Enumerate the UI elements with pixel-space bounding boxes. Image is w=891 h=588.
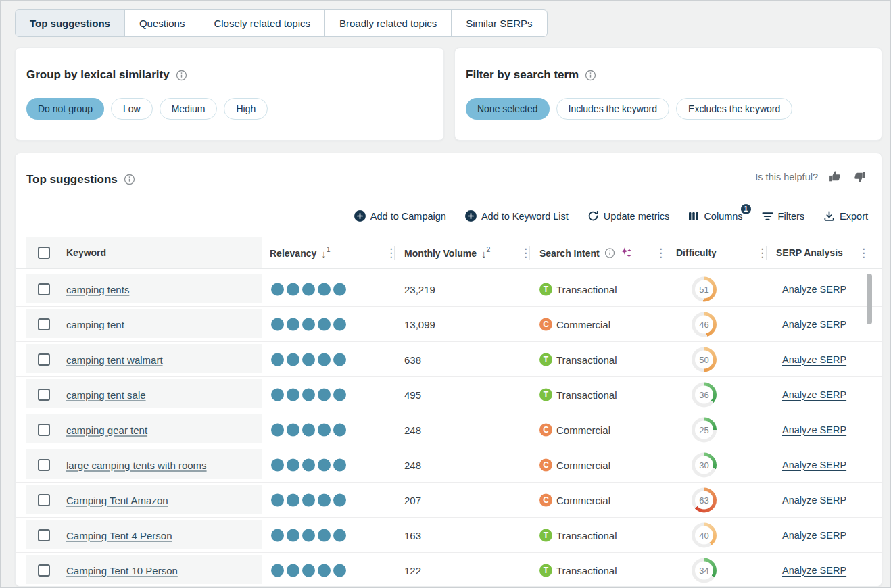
keyword-link[interactable]: camping tent: [66, 318, 124, 330]
add-to-keyword-list-button[interactable]: Add to Keyword List: [465, 210, 569, 222]
column-header-difficulty: Difficulty: [676, 247, 717, 258]
thumbs-up-icon[interactable]: [828, 170, 842, 184]
info-icon[interactable]: [604, 247, 615, 258]
analyze-serp-link[interactable]: Analyze SERP: [782, 565, 846, 576]
analyze-serp-link[interactable]: Analyze SERP: [782, 460, 846, 470]
row-checkbox[interactable]: [38, 529, 50, 541]
relevancy-dots: [271, 388, 346, 401]
analyze-serp-link[interactable]: Analyze SERP: [782, 319, 846, 330]
pill-includes-keyword[interactable]: Includes the keyword: [556, 98, 670, 120]
row-checkbox[interactable]: [38, 318, 50, 330]
pill-do-not-group[interactable]: Do not group: [26, 98, 104, 120]
keyword-link[interactable]: Camping Tent 4 Person: [66, 529, 172, 541]
column-divider: [766, 246, 767, 260]
table-header: Keyword Relevancy ↓1 ⋮ Monthly Volume ↓2…: [16, 237, 882, 269]
monthly-volume-value: 13,099: [404, 318, 435, 330]
columns-count-badge: 1: [740, 203, 752, 216]
sort-arrow-icon[interactable]: ↓1: [321, 247, 330, 260]
info-icon[interactable]: [176, 70, 187, 81]
row-checkbox[interactable]: [38, 283, 50, 295]
vertical-scrollbar-thumb[interactable]: [867, 274, 872, 324]
table-row: Camping Tent 4 Person 163 T Transactiona…: [16, 518, 882, 553]
analyze-serp-link[interactable]: Analyze SERP: [782, 495, 846, 506]
keyword-link[interactable]: camping tent walmart: [66, 353, 163, 365]
pill-high[interactable]: High: [224, 98, 268, 120]
filter-title-text: Filter by search term: [466, 68, 579, 82]
sort-arrow-icon[interactable]: ↓2: [481, 247, 490, 260]
page: Top suggestions Questions Closely relate…: [0, 0, 891, 588]
info-icon[interactable]: [585, 70, 596, 81]
pill-low[interactable]: Low: [111, 98, 153, 120]
relevancy-dots: [271, 283, 346, 295]
column-header-keyword: Keyword: [66, 247, 106, 258]
ai-sparkles-icon[interactable]: [620, 247, 633, 260]
tab-broadly-related-topics[interactable]: Broadly related topics: [325, 10, 452, 36]
plus-circle-icon: [354, 210, 366, 222]
intent-text: Transactional: [556, 389, 617, 400]
update-metrics-button[interactable]: Update metrics: [587, 210, 670, 222]
pill-excludes-keyword[interactable]: Excludes the keyword: [676, 98, 792, 120]
row-checkbox[interactable]: [38, 564, 50, 577]
column-divider: [665, 246, 665, 260]
export-button[interactable]: Export: [823, 210, 868, 222]
keyword-link[interactable]: large camping tents with rooms: [66, 459, 207, 470]
tab-bar: Top suggestions Questions Closely relate…: [15, 9, 548, 37]
intent-text: Transactional: [556, 283, 617, 295]
monthly-volume-value: 638: [404, 353, 421, 365]
add-to-campaign-label: Add to Campaign: [370, 211, 446, 222]
table-title: Top suggestions: [26, 172, 135, 187]
row-checkbox[interactable]: [38, 353, 50, 366]
table-row: camping tent 13,099 C Commercial 46 Anal…: [16, 307, 882, 342]
filters-button[interactable]: Filters: [762, 211, 804, 222]
download-icon: [823, 210, 835, 222]
intent-badge: C: [539, 493, 552, 506]
thumbs-down-icon[interactable]: [852, 170, 867, 184]
relevancy-dots: [271, 423, 346, 436]
table-body: camping tents 23,219 T Transactional 51 …: [16, 272, 882, 587]
table-row: camping tents 23,219 T Transactional 51 …: [16, 272, 882, 307]
analyze-serp-link[interactable]: Analyze SERP: [782, 530, 846, 541]
row-checkbox[interactable]: [38, 389, 50, 401]
intent-badge: T: [539, 388, 552, 401]
search-intent-cell: C Commercial: [539, 458, 610, 471]
tab-questions[interactable]: Questions: [125, 10, 200, 36]
tab-top-suggestions[interactable]: Top suggestions: [16, 10, 125, 36]
intent-badge: T: [539, 564, 552, 577]
columns-label: Columns: [704, 211, 742, 222]
kebab-menu-icon[interactable]: ⋮: [385, 247, 397, 259]
keyword-link[interactable]: camping tent sale: [66, 389, 146, 400]
row-checkbox[interactable]: [38, 459, 50, 471]
group-by-title: Group by lexical similarity: [26, 68, 187, 82]
add-to-campaign-button[interactable]: Add to Campaign: [354, 210, 446, 222]
keyword-link[interactable]: camping tents: [66, 283, 129, 295]
difficulty-ring: 51: [692, 276, 717, 301]
plus-circle-icon: [465, 210, 477, 222]
tab-closely-related-topics[interactable]: Closely related topics: [199, 10, 325, 36]
info-icon[interactable]: [124, 174, 135, 185]
group-by-card: Group by lexical similarity Do not group…: [15, 47, 444, 141]
intent-badge: C: [539, 458, 552, 471]
column-divider: [394, 246, 395, 260]
columns-button[interactable]: Columns 1: [688, 211, 742, 222]
table-row: Camping Tent Amazon 207 C Commercial 63 …: [16, 483, 882, 518]
keyword-link[interactable]: Camping Tent Amazon: [66, 494, 168, 506]
monthly-volume-value: 495: [404, 389, 421, 400]
pill-none-selected[interactable]: None selected: [466, 98, 550, 120]
helpful-widget: Is this helpful?: [755, 170, 867, 184]
tab-similar-serps[interactable]: Similar SERPs: [452, 10, 546, 36]
row-checkbox[interactable]: [38, 494, 50, 506]
analyze-serp-link[interactable]: Analyze SERP: [782, 284, 846, 295]
pill-medium[interactable]: Medium: [160, 98, 218, 120]
columns-icon: [688, 211, 699, 222]
table-row: camping tent walmart 638 T Transactional…: [16, 342, 882, 377]
table-row: camping tent sale 495 T Transactional 36…: [16, 377, 882, 412]
select-all-checkbox[interactable]: [38, 247, 50, 259]
keyword-link[interactable]: Camping Tent 10 Person: [66, 564, 178, 576]
analyze-serp-link[interactable]: Analyze SERP: [782, 354, 846, 365]
relevancy-dots: [271, 318, 346, 330]
kebab-menu-icon[interactable]: ⋮: [858, 247, 869, 259]
analyze-serp-link[interactable]: Analyze SERP: [782, 389, 846, 400]
analyze-serp-link[interactable]: Analyze SERP: [782, 424, 846, 435]
row-checkbox[interactable]: [38, 424, 50, 436]
keyword-link[interactable]: camping gear tent: [66, 424, 147, 435]
